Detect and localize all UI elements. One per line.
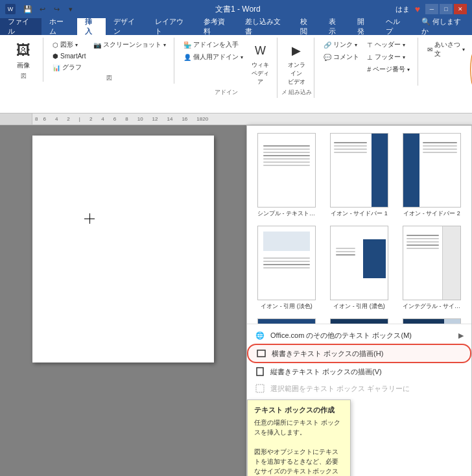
template-thumb-ion-quote-dark (330, 226, 388, 300)
smartart-button[interactable]: ⬢ SmartArt (50, 51, 88, 61)
ruler-main: 8 6 4 2 | 2 4 6 8 10 12 14 16 18 20 (32, 113, 472, 125)
username-label: はま (395, 5, 410, 14)
ruler-side (0, 113, 32, 125)
svg-rect-1 (257, 368, 263, 375)
tab-developer[interactable]: 開発 (349, 18, 378, 35)
tab-file[interactable]: ファイル (0, 18, 41, 35)
template-ion1[interactable]: イオン - サイドバー 1 (325, 131, 394, 220)
window-controls: ─ □ ✕ (425, 4, 467, 14)
ribbon-group-addins: 🏪 アドインを入手 👤 個人用アドイン ▾ W ウィキペディア アドイン (176, 38, 277, 98)
draw-vertical-icon (255, 366, 265, 377)
personal-addins-button[interactable]: 👤 個人用アドイン ▾ (181, 51, 246, 63)
tab-view[interactable]: 表示 (321, 18, 349, 35)
tooltip-box: テキスト ボックスの作成 任意の場所にテキスト ボックスを挿入します。図形やオブ… (247, 399, 351, 476)
screenshot-icon: 📷 (93, 42, 101, 49)
ribbon-group-links: 🔗 リンク ▾ 💬 コメント ⊤ ヘッダー ▾ ⊥ フッター (316, 38, 418, 86)
footer-button[interactable]: ⊥ フッター ▾ (364, 51, 412, 63)
title-bar: W 💾 ↩ ↪ ▾ 文書1 - Word はま ♥ ─ □ ✕ (0, 0, 472, 18)
illustrations-col: ⬡ 図形 ▾ ⬢ SmartArt 📊 グラフ (50, 39, 88, 73)
office-more-menu-item[interactable]: 🌐 Office.com のその他のテキスト ボックス(M) ▶ (247, 327, 471, 344)
customize-qat-button[interactable]: ▾ (65, 3, 77, 15)
save-selection-menu-item: 選択範囲をテキスト ボックス ギャラリーに (247, 380, 471, 397)
link-icon: 🔗 (324, 42, 331, 49)
tab-search[interactable]: 🔍 何しますか (414, 18, 472, 35)
template-thumb-austin-quote (403, 318, 461, 324)
close-button[interactable]: ✕ (454, 4, 467, 14)
template-ion-quote-dark[interactable]: イオン - 引用 (濃色) (325, 224, 394, 313)
image-button[interactable]: 🖼 画像 (9, 39, 38, 71)
template-ion2[interactable]: イオン - サイドバー 2 (397, 131, 466, 220)
image-icon: 🖼 (13, 40, 34, 61)
comment-icon: 💬 (324, 54, 331, 61)
heart-icon: ♥ (415, 4, 420, 14)
header-icon: ⊤ (367, 42, 373, 49)
template-integral-sidebar[interactable]: インテグラル - サイドバー (397, 224, 466, 313)
template-simple[interactable]: シンプル - テキスト ボ... (252, 131, 321, 220)
save-qat-button[interactable]: 💾 (22, 3, 34, 15)
dropdown-menu-section: 🌐 Office.com のその他のテキスト ボックス(M) ▶ 横書きテキスト… (247, 324, 471, 399)
text-col1: ✉ あいさつ文 ▾ (425, 39, 467, 60)
footer-icon: ⊥ (367, 54, 373, 61)
illustrations-label: 図 (45, 74, 174, 82)
quick-access-toolbar: 💾 ↩ ↪ ▾ (18, 2, 80, 16)
tooltip-title: テキスト ボックスの作成 (254, 405, 344, 415)
template-austin-quote[interactable]: オースティン - 引用 (397, 316, 466, 324)
template-label-ion1: イオン - サイドバー 1 (330, 209, 388, 218)
ribbon-group-illustrations: ⬡ 図形 ▾ ⬢ SmartArt 📊 グラフ 📷 スクリーンショット ▾ (45, 38, 174, 84)
templates-grid: シンプル - テキスト ボ... イオン - サイドバー 1 (247, 126, 471, 324)
draw-horizontal-icon (256, 348, 266, 359)
greeting-icon: ✉ (427, 46, 432, 53)
maximize-button[interactable]: □ (440, 4, 453, 14)
tab-references[interactable]: 参考資料 (196, 18, 237, 35)
draw-vertical-menu-item[interactable]: 縦書きテキスト ボックスの描画(V) (247, 363, 471, 380)
document-area (0, 125, 246, 476)
tab-review[interactable]: 校閲 (292, 18, 321, 35)
draw-horizontal-label: 横書きテキスト ボックスの描画(H) (272, 349, 383, 359)
wikipedia-button[interactable]: W ウィキペディア (248, 39, 272, 88)
store-icon: 🏪 (183, 42, 191, 49)
comment-button[interactable]: 💬 コメント (321, 51, 362, 63)
video-icon: ▶ (286, 40, 307, 61)
tab-insert[interactable]: 挿入 (77, 18, 106, 35)
template-austin-sidebar[interactable]: オースティン - サイドバー (325, 316, 394, 324)
template-thumb-simple (257, 133, 316, 208)
redo-qat-button[interactable]: ↪ (51, 3, 62, 15)
tab-mailings[interactable]: 差し込み文書 (237, 18, 292, 35)
tab-design[interactable]: デザイン (106, 18, 147, 35)
header-col: ⊤ ヘッダー ▾ ⊥ フッター ▾ # ページ番号 ▾ (364, 39, 412, 75)
tab-home[interactable]: ホーム (41, 18, 77, 35)
screenshot-button[interactable]: 📷 スクリーンショット ▾ (91, 39, 169, 51)
online-video-button[interactable]: ▶ オンラインビデオ (284, 39, 309, 88)
greetings-button[interactable]: ✉ あいさつ文 ▾ (425, 39, 467, 60)
ruler: 8 6 4 2 | 2 4 6 8 10 12 14 16 18 20 (0, 113, 472, 125)
link-button[interactable]: 🔗 リンク ▾ (321, 39, 362, 51)
template-label-simple: シンプル - テキスト ボ... (257, 209, 316, 218)
template-thumb-ion-quote-light (257, 226, 316, 300)
save-selection-icon (255, 383, 265, 394)
ribbon-group-pages: 🖼 画像 図 (4, 38, 43, 82)
addins-col: 🏪 アドインを入手 👤 個人用アドイン ▾ (181, 39, 246, 63)
wikipedia-col: W ウィキペディア (248, 39, 272, 88)
template-integral-quote[interactable]: インテグラル - 引用 (252, 316, 321, 324)
header-button[interactable]: ⊤ ヘッダー ▾ (364, 39, 412, 51)
tab-help[interactable]: ヘルプ (378, 18, 413, 35)
tab-layout[interactable]: レイアウト (147, 18, 196, 35)
page-number-button[interactable]: # ページ番号 ▾ (364, 64, 412, 75)
get-addins-button[interactable]: 🏪 アドインを入手 (181, 39, 246, 51)
document-page[interactable] (32, 136, 214, 363)
media-label: メ 組み込み (279, 88, 314, 97)
draw-horizontal-menu-item[interactable]: 横書きテキスト ボックスの描画(H) (247, 344, 471, 363)
links-col: 🔗 リンク ▾ 💬 コメント (321, 39, 362, 63)
chart-button[interactable]: 📊 グラフ (50, 62, 88, 73)
textbox-dropdown: シンプル - テキスト ボ... イオン - サイドバー 1 (246, 125, 472, 476)
template-ion-quote-light[interactable]: イオン - 引用 (淡色) (252, 224, 321, 313)
undo-qat-button[interactable]: ↩ (36, 3, 48, 15)
minimize-button[interactable]: ─ (425, 4, 438, 14)
page-num-icon: # (367, 66, 371, 73)
addins-label: アドイン (176, 88, 277, 97)
shapes-button[interactable]: ⬡ 図形 ▾ (50, 39, 88, 51)
template-thumb-ion2 (403, 133, 461, 208)
template-label-integral-sidebar: インテグラル - サイドバー (403, 302, 461, 311)
svg-rect-0 (257, 350, 265, 357)
window-title: 文書1 - Word (80, 4, 395, 15)
